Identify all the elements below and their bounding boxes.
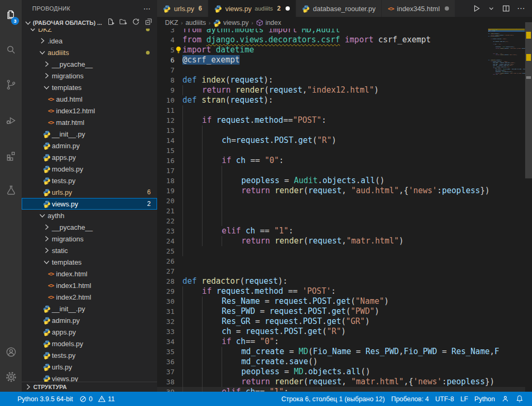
code-line-30[interactable]: 30Res_Name = request.POST.get("Name") bbox=[157, 296, 525, 306]
refresh-icon[interactable] bbox=[132, 17, 140, 28]
code-line-16[interactable]: 16if ch == "0": bbox=[157, 156, 525, 166]
tree-item-urls-py[interactable]: urls.py6 bbox=[22, 186, 157, 198]
code-line-19[interactable]: 19return render(request, "aud.html",{'ne… bbox=[157, 186, 525, 196]
code-line-31[interactable]: 31Res_PWD = request.POST.get("PWD") bbox=[157, 306, 525, 317]
code-line-38[interactable]: 38return render(request, "matr.html",{'n… bbox=[157, 377, 525, 387]
tree-item-tests-py[interactable]: tests.py bbox=[22, 349, 157, 361]
dirty-dot-icon[interactable] bbox=[286, 6, 290, 11]
language-mode-status[interactable]: Python bbox=[471, 395, 498, 403]
tree-item-index2-html[interactable]: <>index2.html bbox=[22, 291, 157, 303]
tree-item-tests-py[interactable]: tests.py bbox=[22, 175, 157, 186]
breadcrumb-item-audiiits[interactable]: audiiits bbox=[186, 19, 206, 26]
code-line-6[interactable]: 6@csrf_exempt bbox=[157, 55, 525, 65]
tree-item-index1-html[interactable]: <>index1.html bbox=[22, 279, 157, 291]
breadcrumb-item-index-symbol[interactable]: index bbox=[256, 19, 281, 26]
explorer-icon[interactable]: 3 bbox=[0, 4, 22, 25]
tree-item-models-py[interactable]: models.py bbox=[22, 163, 157, 175]
scrollbar-thumb[interactable] bbox=[525, 22, 532, 178]
code-line-15[interactable]: 15 bbox=[157, 146, 525, 156]
tree-item-apps-py[interactable]: apps.py bbox=[22, 151, 157, 163]
lightbulb-icon[interactable] bbox=[175, 46, 182, 56]
minimap[interactable]: from aythh.models import MD,Auditfrom dj… bbox=[488, 26, 525, 85]
code-line-14[interactable]: 14ch=request.POST.get("R") bbox=[157, 136, 525, 146]
tree-item-audiiits[interactable]: audiiits bbox=[22, 47, 157, 58]
tree-item--init-py[interactable]: __init__.py bbox=[22, 128, 157, 140]
explorer-more-actions[interactable]: ⋯ bbox=[143, 4, 151, 13]
code-line-23[interactable]: 23elif ch == "1": bbox=[157, 226, 525, 236]
problems-status[interactable]: 0 11 bbox=[76, 395, 118, 403]
code-line-20[interactable]: 20 bbox=[157, 196, 525, 206]
code-line-26[interactable]: 26 bbox=[157, 256, 525, 266]
editor-scrollbar[interactable] bbox=[525, 17, 532, 392]
collapse-all-icon[interactable] bbox=[144, 17, 153, 28]
new-file-icon[interactable] bbox=[106, 17, 115, 28]
notifications-bell-icon[interactable] bbox=[512, 395, 527, 403]
tree-item--pycache-[interactable]: __pycache__ bbox=[22, 221, 157, 233]
tree-item--init-py[interactable]: __init__.py bbox=[22, 303, 157, 314]
tree-item-templates[interactable]: templates bbox=[22, 82, 157, 93]
code-line-32[interactable]: 32Res_GR = request.POST.get("GR") bbox=[157, 317, 525, 327]
source-control-icon[interactable] bbox=[0, 74, 22, 95]
code-line-34[interactable]: 34if ch== "0": bbox=[157, 337, 525, 347]
run-dropdown-chevron-icon[interactable] bbox=[485, 3, 497, 14]
code-line-13[interactable]: 13 bbox=[157, 125, 525, 136]
cursor-position-status[interactable]: Строка 6, столбец 1 (выбрано 12) bbox=[278, 395, 388, 403]
tree-item--pycache-[interactable]: __pycache__ bbox=[22, 58, 157, 70]
code-line-10[interactable]: 10def stran(request): bbox=[157, 95, 525, 105]
indentation-status[interactable]: Пробелов: 4 bbox=[388, 395, 432, 403]
outline-section-header[interactable]: СТРУКТУРА bbox=[22, 382, 157, 392]
tree-item-templates[interactable]: templates bbox=[22, 256, 157, 268]
tree-item-matr-html[interactable]: <>matr.html bbox=[22, 116, 157, 128]
new-folder-icon[interactable] bbox=[119, 17, 127, 28]
encoding-status[interactable]: UTF-8 bbox=[432, 395, 457, 403]
code-line-18[interactable]: 18peopless = Audit.objects.all() bbox=[157, 176, 525, 186]
breadcrumb-item-dkz[interactable]: DKZ bbox=[165, 19, 178, 26]
code-line-21[interactable]: 21 bbox=[157, 206, 525, 216]
code-line-39[interactable]: 39elif ch== "1": bbox=[157, 387, 525, 392]
dirty-dot-icon[interactable] bbox=[445, 6, 449, 11]
extensions-icon[interactable] bbox=[0, 146, 22, 167]
tree-item-migrations[interactable]: migrations bbox=[22, 70, 157, 82]
tree-item-apps-py[interactable]: apps.py bbox=[22, 326, 157, 338]
more-actions-icon[interactable]: ⋯ bbox=[515, 3, 527, 14]
code-line-11[interactable]: 11 bbox=[157, 105, 525, 115]
code-line-25[interactable]: 25 bbox=[157, 246, 525, 256]
breadcrumb-item-viewspy[interactable]: views.py bbox=[213, 19, 249, 27]
run-button[interactable] bbox=[471, 3, 482, 14]
tree-item-aud-html[interactable]: <>aud.html bbox=[22, 93, 157, 105]
code-line-7[interactable]: 7 bbox=[157, 65, 525, 75]
tree-item-static[interactable]: static bbox=[22, 245, 157, 256]
code-line-17[interactable]: 17 bbox=[157, 166, 525, 176]
python-interpreter-status[interactable]: Python 3.9.5 64-bit bbox=[14, 395, 76, 403]
code-line-8[interactable]: 8def index(request): bbox=[157, 75, 525, 85]
testing-icon[interactable] bbox=[0, 180, 22, 201]
code-line-37[interactable]: 37peopless = MD.objects.all() bbox=[157, 367, 525, 377]
tab-index345-html[interactable]: <> index345.html bbox=[382, 0, 455, 17]
search-icon[interactable] bbox=[0, 40, 22, 61]
tree-item-admin-py[interactable]: admin.py bbox=[22, 314, 157, 326]
code-line-22[interactable]: 22 bbox=[157, 216, 525, 226]
tree-item-index-html[interactable]: <>index.html bbox=[22, 268, 157, 279]
workspace-section-header[interactable]: (РАБОЧАЯ ОБЛАСТЬ) ... bbox=[22, 17, 157, 29]
account-icon[interactable] bbox=[0, 341, 22, 363]
tree-item-urls-py[interactable]: urls.py bbox=[22, 361, 157, 373]
code-line-9[interactable]: 9return render(request,"index12.html") bbox=[157, 85, 525, 95]
code-line-12[interactable]: 12if request.method=="POST": bbox=[157, 115, 525, 125]
settings-gear-icon[interactable] bbox=[0, 366, 22, 387]
code-line-4[interactable]: 4from django.views.decorators.csrf impor… bbox=[157, 35, 525, 45]
tree-item-migrations[interactable]: migrations bbox=[22, 233, 157, 245]
code-line-28[interactable]: 28def redactor(request): bbox=[157, 276, 525, 286]
code-line-5[interactable]: 5import datetime bbox=[157, 45, 525, 55]
feedback-icon[interactable] bbox=[498, 395, 512, 403]
code-line-29[interactable]: 29if request.method == 'POST': bbox=[157, 286, 525, 296]
tree-item-aythh[interactable]: aythh bbox=[22, 210, 157, 221]
tree-item-admin-py[interactable]: admin.py bbox=[22, 140, 157, 151]
tree-item--idea[interactable]: .idea bbox=[22, 35, 157, 47]
tree-item-models-py[interactable]: models.py bbox=[22, 338, 157, 349]
code-line-35[interactable]: 35md_create = MD(Fio_Name = Res_PWD,Fio_… bbox=[157, 347, 525, 357]
code-editor[interactable]: 3from aythh.models import MD,Audit4from … bbox=[157, 0, 525, 392]
run-and-debug-icon[interactable] bbox=[0, 110, 22, 131]
code-line-24[interactable]: 24return render(request,"matr.html") bbox=[157, 236, 525, 246]
tab-views-py[interactable]: views.py audiiits 2 bbox=[208, 0, 296, 17]
eol-status[interactable]: LF bbox=[457, 395, 471, 403]
